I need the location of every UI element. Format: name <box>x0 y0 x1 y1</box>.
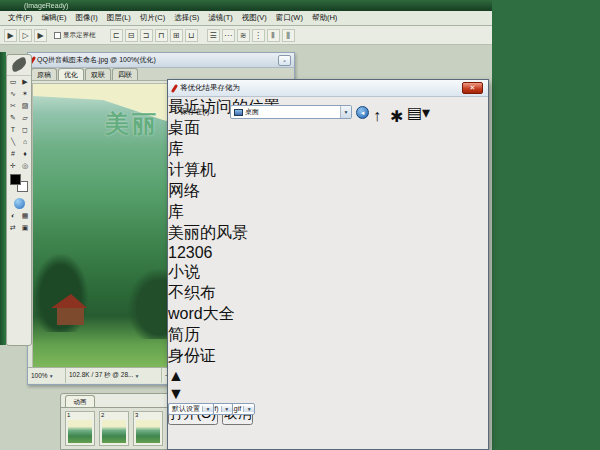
distribute-top-icon[interactable]: ☰ <box>207 29 220 42</box>
folder-item[interactable]: word大全 <box>168 304 488 325</box>
distribute-center-icon[interactable]: ⫴ <box>267 29 280 42</box>
restore-button[interactable]: ▫ <box>278 55 291 66</box>
lasso-tool-icon[interactable]: ∿ <box>7 88 19 100</box>
menu-item[interactable]: 视图(V) <box>238 13 271 23</box>
brush-tool-icon[interactable]: ✎ <box>7 112 19 124</box>
align-top-icon[interactable]: ⊓ <box>155 29 168 42</box>
zoom-tool-icon[interactable]: ◎ <box>19 160 31 172</box>
view-tab[interactable]: 原稿 <box>31 68 57 80</box>
desktop-icon[interactable]: 桌面 <box>168 118 488 139</box>
direct-select-arrow-icon[interactable]: ▷ <box>19 29 32 42</box>
color-swatches[interactable] <box>7 173 31 197</box>
folder-item[interactable]: 美丽的风景 <box>168 223 488 244</box>
computer-icon[interactable]: 计算机 <box>168 160 488 181</box>
menu-item[interactable]: 窗口(W) <box>272 13 307 23</box>
crop-tool-icon[interactable]: # <box>7 148 19 160</box>
align-middle-icon[interactable]: ⊞ <box>170 29 183 42</box>
polygon-tool-icon[interactable]: ⌂ <box>19 136 31 148</box>
libraries-icon[interactable]: 库 <box>168 139 488 160</box>
menu-bar: 文件(F)编辑(E)图像(I)图层(L)切片(C)选择(S)滤镜(T)视图(V)… <box>0 11 492 26</box>
checkbox-icon[interactable] <box>54 32 61 39</box>
close-icon[interactable]: ✕ <box>462 82 483 94</box>
jump-to-icon[interactable]: ⇄ <box>7 222 19 234</box>
folder-item[interactable]: 12306 <box>168 244 488 262</box>
distribute-middle-icon[interactable]: ⋯ <box>222 29 235 42</box>
distribute-right-icon[interactable]: ⫼ <box>282 29 295 42</box>
rollover-preview-icon[interactable]: ▦ <box>19 210 31 222</box>
frame-thumbnail <box>136 420 160 443</box>
toolbox: ▭▶∿✶✂▨✎▱T◻╲⌂#♦✛◎ ◐▦⇄▣ <box>6 54 32 346</box>
line-tool-icon[interactable]: ╲ <box>7 136 19 148</box>
chevron-down-icon[interactable]: ▼ <box>340 106 351 118</box>
chevron-down-icon[interactable]: ▼ <box>221 406 232 412</box>
slice-select-tool-icon[interactable]: ▨ <box>19 100 31 112</box>
group-select-arrow-icon[interactable]: ▶ <box>34 29 47 42</box>
folder-item[interactable]: 身份证 <box>168 346 488 367</box>
imageready-icon <box>171 83 178 92</box>
view-tab[interactable]: 优化 <box>58 68 84 80</box>
scroll-up-icon[interactable]: ▲ <box>168 367 488 385</box>
view-tab[interactable]: 四联 <box>112 68 138 80</box>
menu-item[interactable]: 图像(I) <box>72 13 102 23</box>
house-roof-shape <box>51 294 87 308</box>
animation-frame[interactable]: 1 <box>65 411 95 446</box>
menu-item[interactable]: 切片(C) <box>136 13 169 23</box>
menu-item[interactable]: 帮助(H) <box>308 13 341 23</box>
foreground-color-swatch[interactable] <box>10 174 21 185</box>
shape-tool-icon[interactable]: ◻ <box>19 124 31 136</box>
align-bottom-icon[interactable]: ⊔ <box>185 29 198 42</box>
slice-tool-icon[interactable]: ✂ <box>7 100 19 112</box>
distribute-left-icon[interactable]: ⋮ <box>252 29 265 42</box>
folder-item[interactable]: 库 <box>168 202 488 223</box>
animation-frame[interactable]: 2 <box>99 411 129 446</box>
desktop-mini-icon <box>234 109 243 116</box>
back-icon[interactable]: ◂ <box>356 106 369 119</box>
dialog-titlebar: 将优化结果存储为 ✕ <box>168 80 488 97</box>
menu-item[interactable]: 编辑(E) <box>38 13 71 23</box>
align-left-icon[interactable]: ⊏ <box>110 29 123 42</box>
file-size-dropdown[interactable]: 102.8K / 37 秒 @ 28...▼ <box>66 368 162 383</box>
hand-tool-icon[interactable]: ✛ <box>7 160 19 172</box>
animation-panel: 动画 1 2 3 <box>60 393 170 450</box>
distribute-bottom-icon[interactable]: ≋ <box>237 29 250 42</box>
scroll-down-icon[interactable]: ▼ <box>168 385 488 403</box>
folder-item[interactable]: 简历 <box>168 325 488 346</box>
imageready-logo-icon <box>7 55 31 76</box>
tab-animation[interactable]: 动画 <box>65 395 95 407</box>
eyedropper-tool-icon[interactable]: ♦ <box>19 148 31 160</box>
zoom-level-dropdown[interactable]: 100%▼ <box>28 368 66 383</box>
preview-in-browser-icon[interactable] <box>14 198 25 209</box>
selection-arrow-icon[interactable]: ▶ <box>4 29 17 42</box>
view-menu-icon[interactable]: ▤▾ <box>407 103 430 122</box>
house-shape <box>57 308 84 325</box>
chevron-down-icon[interactable]: ▼ <box>202 406 213 412</box>
preview-toggle-icon[interactable]: ◐ <box>7 210 19 222</box>
save-optimized-as-dialog: 将优化结果存储为 ✕ 保存在(I): 桌面 ▼ ◂↑✱▤▾ 最近访问的位置 桌面… <box>167 79 489 450</box>
menu-item[interactable]: 滤镜(T) <box>204 13 237 23</box>
frame-thumbnail <box>68 420 92 443</box>
network-icon[interactable]: 网络 <box>168 181 488 202</box>
up-one-level-icon[interactable]: ↑ <box>373 107 386 118</box>
type-tool-icon[interactable]: T <box>7 124 19 136</box>
eraser-tool-icon[interactable]: ▱ <box>19 112 31 124</box>
view-tab[interactable]: 双联 <box>85 68 111 80</box>
scrollbar[interactable]: ▲ ▼ <box>168 367 488 403</box>
menu-item[interactable]: 选择(S) <box>170 13 203 23</box>
folder-item[interactable]: 小说 <box>168 262 488 283</box>
create-new-folder-icon[interactable]: ✱ <box>390 107 403 118</box>
align-right-icon[interactable]: ⊐ <box>140 29 153 42</box>
animation-frame[interactable]: 3 <box>133 411 163 446</box>
menu-item[interactable]: 图层(L) <box>103 13 135 23</box>
settings-dropdown[interactable]: 默认设置 ▼ <box>168 403 214 415</box>
show-bounding-box-checkbox[interactable]: 显示定界框 <box>54 31 96 40</box>
menu-item[interactable]: 文件(F) <box>4 13 37 23</box>
folder-item[interactable]: 不织布 <box>168 283 488 304</box>
marquee-tool-icon[interactable]: ▭ <box>7 76 19 88</box>
magic-wand-tool-icon[interactable]: ✶ <box>19 88 31 100</box>
screen-mode-icon[interactable]: ▣ <box>19 222 31 234</box>
chevron-down-icon[interactable]: ▼ <box>243 406 254 412</box>
app-title: (ImageReady) <box>24 2 68 9</box>
save-in-dropdown[interactable]: 桌面 ▼ <box>230 105 352 119</box>
move-tool-icon[interactable]: ▶ <box>19 76 31 88</box>
align-center-icon[interactable]: ⊟ <box>125 29 138 42</box>
